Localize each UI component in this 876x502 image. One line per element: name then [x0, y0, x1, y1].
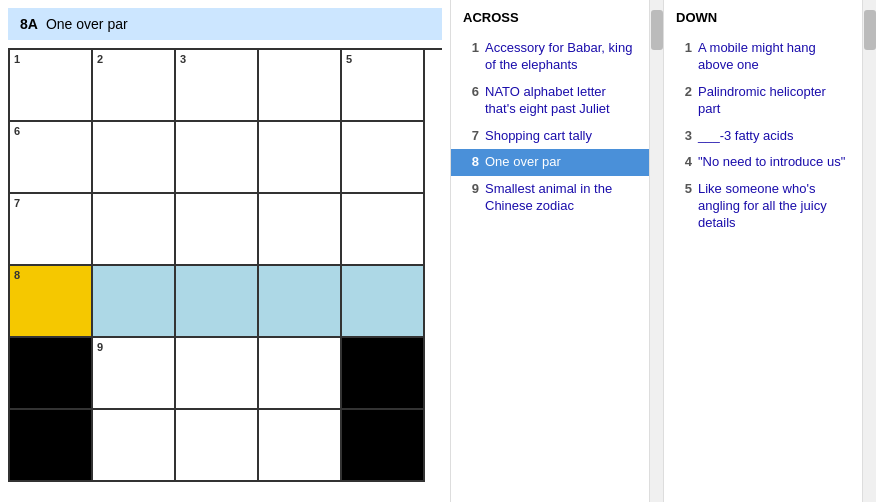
across-clue-text-6: NATO alphabet letter that's eight past J…: [485, 84, 637, 118]
down-clue-5[interactable]: 5Like someone who's angling for all the …: [664, 176, 862, 237]
grid-cell-0-0[interactable]: 1: [10, 50, 93, 122]
across-clue-num-7: 7: [463, 128, 479, 145]
grid-cell-1-2[interactable]: [176, 122, 259, 194]
grid-cell-5-1[interactable]: [93, 410, 176, 482]
across-clue-num-6: 6: [463, 84, 479, 118]
across-scrollbar-thumb[interactable]: [651, 10, 663, 50]
cell-number-5: 5: [346, 53, 352, 65]
down-clues-list[interactable]: 1A mobile might hang above one2Palindrom…: [664, 31, 862, 502]
across-title: ACROSS: [451, 0, 649, 31]
grid-cell-3-2[interactable]: [176, 266, 259, 338]
cell-number-2: 2: [97, 53, 103, 65]
down-scrollbar-thumb[interactable]: [864, 10, 876, 50]
grid-cell-3-1[interactable]: [93, 266, 176, 338]
down-clue-num-2: 2: [676, 84, 692, 118]
grid-cell-4-4[interactable]: [342, 338, 425, 410]
across-section: ACROSS 1Accessory for Babar, king of the…: [451, 0, 649, 502]
grid-cell-3-0[interactable]: 8: [10, 266, 93, 338]
grid-cell-4-3[interactable]: [259, 338, 342, 410]
grid-cell-2-3[interactable]: [259, 194, 342, 266]
grid-cell-1-0[interactable]: 6: [10, 122, 93, 194]
down-clue-3[interactable]: 3___-3 fatty acids: [664, 123, 862, 150]
cell-number-8: 8: [14, 269, 20, 281]
down-section: DOWN 1A mobile might hang above one2Pali…: [664, 0, 862, 502]
clues-panel: ACROSS 1Accessory for Babar, king of the…: [450, 0, 876, 502]
grid-cell-0-1[interactable]: 2: [93, 50, 176, 122]
down-clue-2[interactable]: 2Palindromic helicopter part: [664, 79, 862, 123]
grid-cell-1-1[interactable]: [93, 122, 176, 194]
across-clue-num-8: 8: [463, 154, 479, 171]
across-clue-num-9: 9: [463, 181, 479, 215]
across-clues-list[interactable]: 1Accessory for Babar, king of the elepha…: [451, 31, 649, 502]
down-clue-num-4: 4: [676, 154, 692, 171]
across-clue-text-9: Smallest animal in the Chinese zodiac: [485, 181, 637, 215]
across-clue-text-1: Accessory for Babar, king of the elephan…: [485, 40, 637, 74]
grid-cell-2-2[interactable]: [176, 194, 259, 266]
down-clue-text-3: ___-3 fatty acids: [698, 128, 793, 145]
grid-cell-5-0[interactable]: [10, 410, 93, 482]
cell-number-7: 7: [14, 197, 20, 209]
cell-number-6: 6: [14, 125, 20, 137]
grid-cell-0-3[interactable]: [259, 50, 342, 122]
down-clue-num-3: 3: [676, 128, 692, 145]
across-scrollbar[interactable]: [649, 0, 663, 502]
across-clue-text-8: One over par: [485, 154, 561, 171]
grid-cell-2-0[interactable]: 7: [10, 194, 93, 266]
grid-cell-1-3[interactable]: [259, 122, 342, 194]
grid-cell-0-4[interactable]: 5: [342, 50, 425, 122]
crossword-grid[interactable]: 12356789: [8, 48, 442, 482]
active-clue-number: 8A: [20, 16, 38, 32]
active-clue-text: One over par: [46, 16, 128, 32]
grid-cell-1-4[interactable]: [342, 122, 425, 194]
down-clue-text-1: A mobile might hang above one: [698, 40, 850, 74]
grid-cell-5-2[interactable]: [176, 410, 259, 482]
grid-cell-2-4[interactable]: [342, 194, 425, 266]
cell-number-3: 3: [180, 53, 186, 65]
down-clue-text-2: Palindromic helicopter part: [698, 84, 850, 118]
crossword-panel: 8A One over par 12356789: [0, 0, 450, 502]
down-scrollbar[interactable]: [862, 0, 876, 502]
down-clue-1[interactable]: 1A mobile might hang above one: [664, 35, 862, 79]
grid-cell-5-3[interactable]: [259, 410, 342, 482]
down-title: DOWN: [664, 0, 862, 31]
grid-cell-4-2[interactable]: [176, 338, 259, 410]
down-clue-num-5: 5: [676, 181, 692, 232]
grid-cell-3-4[interactable]: [342, 266, 425, 338]
across-clue-9[interactable]: 9Smallest animal in the Chinese zodiac: [451, 176, 649, 220]
grid-cell-4-1[interactable]: 9: [93, 338, 176, 410]
across-clue-7[interactable]: 7Shopping cart tally: [451, 123, 649, 150]
grid-cell-2-1[interactable]: [93, 194, 176, 266]
across-clue-6[interactable]: 6NATO alphabet letter that's eight past …: [451, 79, 649, 123]
across-clue-8[interactable]: 8One over par: [451, 149, 649, 176]
grid-cell-4-0[interactable]: [10, 338, 93, 410]
across-clue-text-7: Shopping cart tally: [485, 128, 592, 145]
down-clue-num-1: 1: [676, 40, 692, 74]
grid-cell-5-4[interactable]: [342, 410, 425, 482]
grid-cell-3-3[interactable]: [259, 266, 342, 338]
grid-container: 12356789: [8, 48, 442, 494]
cell-number-9: 9: [97, 341, 103, 353]
down-clue-text-4: "No need to introduce us": [698, 154, 845, 171]
active-clue-header: 8A One over par: [8, 8, 442, 40]
down-clue-text-5: Like someone who's angling for all the j…: [698, 181, 850, 232]
grid-cell-0-2[interactable]: 3: [176, 50, 259, 122]
cell-number-1: 1: [14, 53, 20, 65]
down-clue-4[interactable]: 4"No need to introduce us": [664, 149, 862, 176]
across-clue-1[interactable]: 1Accessory for Babar, king of the elepha…: [451, 35, 649, 79]
across-clue-num-1: 1: [463, 40, 479, 74]
